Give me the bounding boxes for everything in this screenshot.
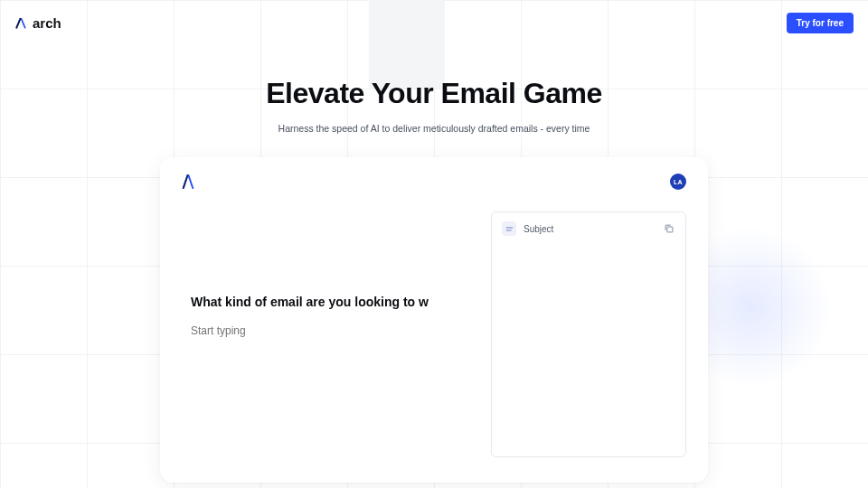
- svg-rect-1: [505, 230, 511, 230]
- preview-panel: Subject: [491, 211, 686, 457]
- svg-rect-0: [505, 227, 513, 228]
- subject-label: Subject: [524, 224, 656, 234]
- card-body: What kind of email are you looking to w …: [182, 211, 686, 457]
- card-header: LA: [182, 174, 686, 190]
- subject-row: Subject: [502, 221, 675, 236]
- prompt-title: What kind of email are you looking to w: [191, 295, 469, 309]
- brand-name: arch: [33, 15, 61, 31]
- brand-logo-icon: [14, 17, 27, 30]
- brand[interactable]: arch: [14, 15, 61, 31]
- topbar: arch Try for free: [0, 0, 868, 46]
- hero-title: Elevate Your Email Game: [0, 77, 868, 110]
- prompt-input[interactable]: [191, 324, 469, 337]
- hero-section: Elevate Your Email Game Harness the spee…: [0, 77, 868, 134]
- hero-subtitle: Harness the speed of AI to deliver metic…: [0, 123, 868, 134]
- try-free-button[interactable]: Try for free: [787, 13, 854, 33]
- card-logo-icon: [182, 174, 194, 189]
- copy-icon[interactable]: [663, 222, 675, 235]
- svg-rect-2: [667, 227, 673, 232]
- subject-icon: [502, 221, 516, 236]
- avatar[interactable]: LA: [670, 174, 686, 190]
- email-composer-card: LA What kind of email are you looking to…: [160, 157, 708, 483]
- prompt-panel: What kind of email are you looking to w: [182, 211, 469, 457]
